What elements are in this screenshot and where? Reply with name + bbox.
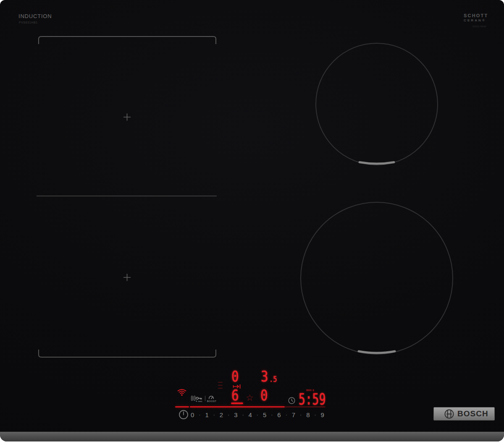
burner-notch-rear-right xyxy=(360,162,394,164)
panel-indicator-bar-left xyxy=(175,406,189,407)
power-slider-active-bar[interactable] xyxy=(190,406,285,407)
flex-zone-top-bracket xyxy=(39,37,216,44)
power-slider-inactive-bar[interactable] xyxy=(285,406,326,407)
power-level-7[interactable]: 7 xyxy=(292,411,295,418)
icon-divider xyxy=(205,396,205,401)
power-level-3[interactable]: 3 xyxy=(234,411,237,418)
level-separator: · xyxy=(228,411,230,418)
level-separator: · xyxy=(199,411,201,418)
bosch-badge: BOSCH xyxy=(433,407,495,420)
boost-icon[interactable] xyxy=(209,395,214,400)
burner-notch-front-right xyxy=(359,351,395,353)
power-level-4[interactable]: 4 xyxy=(249,411,252,418)
flex-zone-bottom-bracket xyxy=(39,350,216,357)
menu-dash-icon xyxy=(218,388,223,389)
schott-small-code: 9000178649 xyxy=(472,25,486,28)
menu-dash-icon xyxy=(218,382,223,383)
product-photo-stage: INDUCTION PVS631HB1 SCHOTT CERAN® 900017… xyxy=(0,0,504,444)
favorite-star-icon[interactable]: ☆ xyxy=(246,394,254,402)
pan-center-cross-front xyxy=(123,274,131,281)
display-front-right-level: 0 xyxy=(260,388,268,403)
level-separator: · xyxy=(242,411,244,418)
display-rear-left-level: 0 xyxy=(231,369,239,384)
power-level-0[interactable]: 0 xyxy=(191,411,194,418)
product-label: INDUCTION xyxy=(18,13,52,19)
level-separator: · xyxy=(300,411,302,418)
power-level-2[interactable]: 2 xyxy=(220,411,223,418)
cooktop-zone-graphics xyxy=(0,0,504,431)
power-level-8[interactable]: 8 xyxy=(306,411,310,418)
level-separator: · xyxy=(257,411,259,418)
timer-display: 5:59 xyxy=(299,391,326,407)
selected-zone-underline xyxy=(231,402,243,404)
model-number: PVS631HB1 xyxy=(19,21,38,24)
power-level-6[interactable]: 6 xyxy=(277,411,281,418)
power-level-9[interactable]: 9 xyxy=(321,411,324,418)
schott-logo-line1: SCHOTT xyxy=(464,13,488,18)
power-button-icon[interactable] xyxy=(178,410,189,420)
boost-label[interactable]: BOOST xyxy=(206,400,218,402)
display-rear-right-half-step: .5 xyxy=(269,375,277,383)
power-level-1[interactable]: 1 xyxy=(205,411,208,418)
burner-ring-rear-right xyxy=(316,43,438,165)
timer-clock-icon[interactable] xyxy=(288,397,295,404)
bosch-emblem-icon xyxy=(444,409,454,419)
schott-logo-line2: CERAN® xyxy=(464,18,486,22)
display-rear-right-level: 3 xyxy=(261,369,268,384)
menu-dash-icon xyxy=(218,385,223,386)
level-separator: · xyxy=(314,411,316,418)
bosch-logo-text: BOSCH xyxy=(457,409,488,418)
level-separator: · xyxy=(271,411,273,418)
burner-ring-front-right xyxy=(301,202,453,354)
power-level-scale[interactable]: 0 · 1 · 2 · 3 · 4 · 5 · 6 · 7 · 8 · 9 xyxy=(191,411,324,418)
display-front-left-level: 6 xyxy=(231,388,239,403)
induction-hob: INDUCTION PVS631HB1 SCHOTT CERAN® 900017… xyxy=(0,0,504,441)
wifi-icon xyxy=(177,389,186,396)
front-trim-strip xyxy=(0,431,504,441)
level-separator: · xyxy=(213,411,215,418)
level-separator: · xyxy=(285,411,287,418)
pan-center-cross-rear xyxy=(123,114,131,121)
child-lock-label[interactable]: 4 sec xyxy=(193,400,205,402)
power-level-5[interactable]: 5 xyxy=(263,411,266,418)
